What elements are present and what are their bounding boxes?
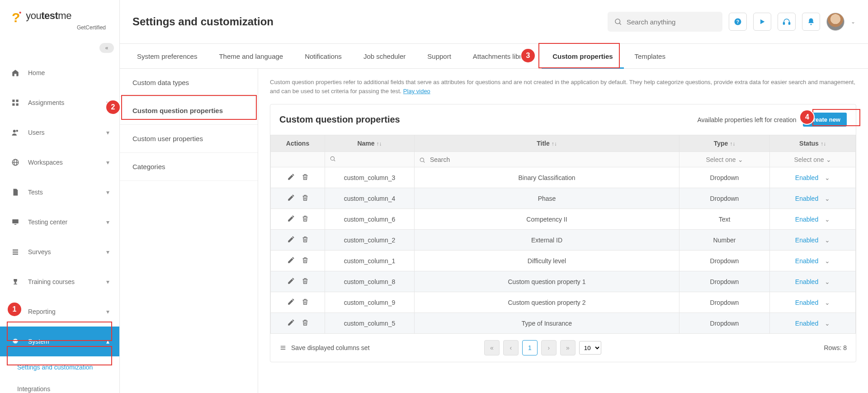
delete-button[interactable] (302, 173, 309, 182)
svg-text:?: ? (736, 19, 739, 24)
edit-button[interactable] (287, 173, 295, 182)
delete-button[interactable] (302, 277, 309, 286)
status-toggle[interactable]: Enabled (795, 257, 818, 265)
edit-button[interactable] (287, 277, 295, 286)
panel-footer: Save displayed columns set « ‹ 1 › » 10 (270, 334, 856, 362)
panel-title: Custom question properties (279, 114, 400, 125)
gear-icon (10, 337, 21, 346)
delete-button[interactable] (302, 298, 309, 307)
pager-last[interactable]: » (560, 340, 576, 355)
col-status[interactable]: Status↑↓ (770, 135, 856, 152)
col-name[interactable]: Name↑↓ (325, 135, 415, 152)
filter-type-select[interactable]: Select one ⌄ (706, 156, 743, 163)
tab-theme-and-language[interactable]: Theme and language (208, 44, 294, 68)
cell-title: Binary Classification (415, 167, 679, 188)
tab-custom-properties[interactable]: Custom properties (542, 44, 623, 68)
sidebar-item-label: Assignments (28, 99, 64, 106)
col-title[interactable]: Title↑↓ (415, 135, 679, 152)
svg-rect-2 (12, 104, 14, 106)
table-row: custom_column_9Custom question property … (271, 292, 856, 313)
search-icon (614, 18, 622, 26)
sidebar-item-system[interactable]: System▴ (0, 327, 119, 356)
delete-button[interactable] (302, 235, 309, 245)
tab-support[interactable]: Support (416, 44, 462, 68)
delete-button[interactable] (302, 214, 309, 224)
edit-button[interactable] (287, 194, 295, 203)
tab-job-scheduler[interactable]: Job scheduler (353, 44, 416, 68)
svg-point-18 (615, 19, 620, 24)
headset-button[interactable] (778, 13, 796, 31)
list-icon (10, 248, 21, 256)
cell-title: Phase (415, 188, 679, 209)
delete-button[interactable] (302, 194, 309, 203)
filter-name[interactable] (325, 152, 415, 167)
cell-name: custom_column_1 (325, 251, 415, 271)
status-toggle[interactable]: Enabled (795, 174, 818, 181)
play-video-link[interactable]: Play video (403, 88, 430, 95)
tab-templates[interactable]: Templates (624, 44, 676, 68)
sidebar-subitem-integrations[interactable]: Integrations (0, 378, 119, 393)
logo-icon: ?• (12, 10, 22, 25)
panel-header: Custom question properties Available pro… (270, 104, 856, 135)
edit-button[interactable] (287, 256, 295, 265)
edit-button[interactable] (287, 318, 295, 328)
sidebar-item-assignments[interactable]: Assignments▾ (0, 88, 119, 118)
subnav-item-categories[interactable]: Categories (120, 153, 258, 181)
grid-icon (10, 99, 21, 107)
filter-status-select[interactable]: Select one ⌄ (794, 156, 831, 163)
sidebar-item-training-courses[interactable]: Training courses▾ (0, 267, 119, 297)
cell-name: custom_column_9 (325, 292, 415, 313)
sidebar-subitem-settings[interactable]: Settings and customization (0, 356, 119, 378)
help-button[interactable]: ? (729, 13, 747, 31)
status-toggle[interactable]: Enabled (795, 237, 818, 244)
user-menu-chevron[interactable]: ⌄ (851, 19, 855, 25)
status-toggle[interactable]: Enabled (795, 216, 818, 223)
delete-button[interactable] (302, 256, 309, 265)
cell-name: custom_column_6 (325, 209, 415, 230)
edit-button[interactable] (287, 235, 295, 245)
cell-type: Dropdown (679, 271, 770, 292)
cell-type: Dropdown (679, 292, 770, 313)
sidebar-item-testing-center[interactable]: Testing center▾ (0, 207, 119, 237)
subnav-item-custom-data-types[interactable]: Custom data types (120, 69, 258, 97)
svg-rect-11 (13, 250, 18, 251)
sidebar-item-tests[interactable]: Tests▾ (0, 177, 119, 207)
sidebar-item-users[interactable]: Users▾ (0, 118, 119, 147)
filter-title[interactable] (415, 152, 679, 167)
user-avatar[interactable] (826, 13, 844, 31)
sidebar-item-home[interactable]: Home (0, 58, 119, 88)
pager-current[interactable]: 1 (522, 340, 538, 355)
annotation-marker-2: 2 (106, 100, 120, 114)
pager-next[interactable]: › (541, 340, 557, 355)
status-toggle[interactable]: Enabled (795, 320, 818, 327)
cell-type: Dropdown (679, 251, 770, 271)
subnav-item-custom-user-properties[interactable]: Custom user properties (120, 125, 258, 153)
pager-first[interactable]: « (484, 340, 500, 355)
bell-button[interactable] (802, 13, 820, 31)
save-columns-button[interactable]: Save displayed columns set (279, 344, 370, 351)
filter-title-input[interactable] (430, 156, 509, 163)
tab-notifications[interactable]: Notifications (294, 44, 353, 68)
sidebar-collapse-button[interactable]: « (99, 43, 114, 53)
play-button[interactable] (753, 13, 771, 31)
global-search[interactable] (608, 12, 722, 32)
rows-count: Rows: 8 (824, 344, 847, 351)
edit-button[interactable] (287, 214, 295, 224)
status-toggle[interactable]: Enabled (795, 195, 818, 202)
global-search-input[interactable] (627, 18, 716, 26)
tab-system-preferences[interactable]: System preferences (126, 44, 208, 68)
svg-rect-23 (783, 23, 785, 25)
chevron-down-icon: ⌄ (825, 216, 830, 223)
pager-prev[interactable]: ‹ (503, 340, 519, 355)
sidebar-item-workspaces[interactable]: Workspaces▾ (0, 147, 119, 177)
table-row: custom_column_6Competency IITextEnabled⌄ (271, 209, 856, 230)
delete-button[interactable] (302, 318, 309, 328)
page-size-select[interactable]: 10 (579, 341, 601, 355)
edit-button[interactable] (287, 298, 295, 307)
status-toggle[interactable]: Enabled (795, 278, 818, 285)
subnav-item-custom-question-properties[interactable]: Custom question properties (120, 97, 258, 125)
sidebar-item-label: Users (28, 129, 45, 136)
col-type[interactable]: Type↑↓ (679, 135, 770, 152)
sidebar-item-surveys[interactable]: Surveys▾ (0, 237, 119, 267)
status-toggle[interactable]: Enabled (795, 299, 818, 306)
